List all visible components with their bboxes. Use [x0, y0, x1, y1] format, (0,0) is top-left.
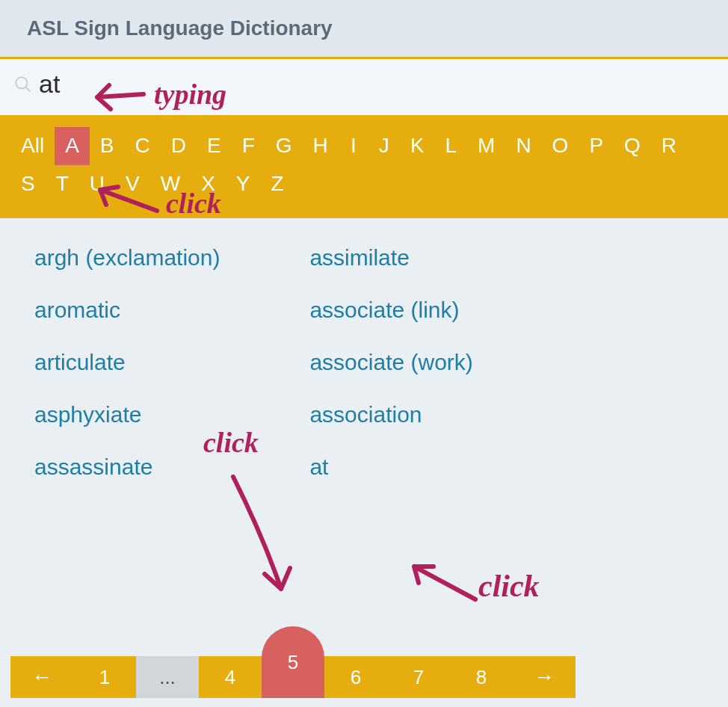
alpha-letter-y[interactable]: Y [226, 165, 261, 203]
pager-current[interactable]: 5 [262, 626, 324, 698]
pager-page[interactable]: 6 [324, 656, 387, 698]
alpha-letter-d[interactable]: D [161, 127, 197, 165]
alpha-letter-k[interactable]: K [400, 127, 435, 165]
svg-line-1 [25, 87, 31, 92]
alpha-letter-t[interactable]: T [46, 165, 79, 203]
word-link[interactable]: associate (link) [309, 297, 472, 323]
alpha-letter-z[interactable]: Z [261, 165, 294, 203]
search-input[interactable] [39, 70, 129, 99]
header: ASL Sign Language Dictionary [0, 0, 728, 59]
alpha-letter-w[interactable]: W [150, 165, 191, 203]
word-link[interactable]: associate (work) [309, 350, 472, 375]
alpha-letter-r[interactable]: R [651, 127, 687, 165]
alphabet-filter: AllABCDEFGHIJKLMNOPQRSTUVWXYZ [0, 115, 728, 218]
word-link[interactable]: asphyxiate [34, 402, 220, 427]
word-link[interactable]: at [309, 454, 472, 480]
alpha-letter-f[interactable]: F [232, 127, 265, 165]
page-title: ASL Sign Language Dictionary [27, 16, 701, 40]
alpha-letter-i[interactable]: I [339, 127, 368, 165]
alpha-letter-j[interactable]: J [368, 127, 400, 165]
word-link[interactable]: argh (exclamation) [34, 245, 220, 271]
alpha-letter-n[interactable]: N [505, 127, 541, 165]
word-link[interactable]: association [309, 402, 472, 427]
alpha-all[interactable]: All [10, 127, 55, 165]
alpha-letter-g[interactable]: G [265, 127, 303, 165]
search-bar[interactable] [0, 59, 728, 115]
alpha-letter-e[interactable]: E [197, 127, 232, 165]
results-list: argh (exclamation)aromaticarticulateasph… [0, 218, 728, 487]
pager-page[interactable]: 4 [199, 656, 262, 698]
pagination: ←1...45678→ [10, 637, 576, 698]
search-icon [13, 75, 33, 94]
alpha-letter-a[interactable]: A [55, 127, 90, 165]
annotation-arrow [218, 469, 308, 611]
alpha-letter-c[interactable]: C [125, 127, 161, 165]
pager-ellipsis: ... [136, 656, 199, 698]
annotation-arrow [404, 561, 486, 620]
alpha-letter-o[interactable]: O [542, 127, 579, 165]
alpha-letter-m[interactable]: M [467, 127, 505, 165]
pager-page[interactable]: 7 [387, 656, 450, 698]
alpha-letter-q[interactable]: Q [614, 127, 651, 165]
annotation-click: click [478, 568, 540, 604]
word-link[interactable]: aromatic [34, 297, 220, 323]
alpha-letter-s[interactable]: S [10, 165, 46, 203]
alpha-letter-v[interactable]: V [115, 165, 150, 203]
pager-page[interactable]: 1 [73, 656, 136, 698]
word-link[interactable]: assimilate [309, 245, 472, 271]
alpha-letter-l[interactable]: L [434, 127, 467, 165]
alpha-letter-x[interactable]: X [191, 165, 226, 203]
pager-prev[interactable]: ← [10, 656, 73, 698]
alpha-letter-b[interactable]: B [90, 127, 125, 165]
pager-next[interactable]: → [513, 656, 576, 698]
pager-page[interactable]: 8 [450, 656, 513, 698]
alpha-letter-h[interactable]: H [303, 127, 339, 165]
word-link[interactable]: assassinate [34, 454, 220, 480]
word-link[interactable]: articulate [34, 350, 220, 375]
alpha-letter-u[interactable]: U [79, 165, 115, 203]
svg-point-0 [16, 77, 27, 88]
alpha-letter-p[interactable]: P [579, 127, 614, 165]
